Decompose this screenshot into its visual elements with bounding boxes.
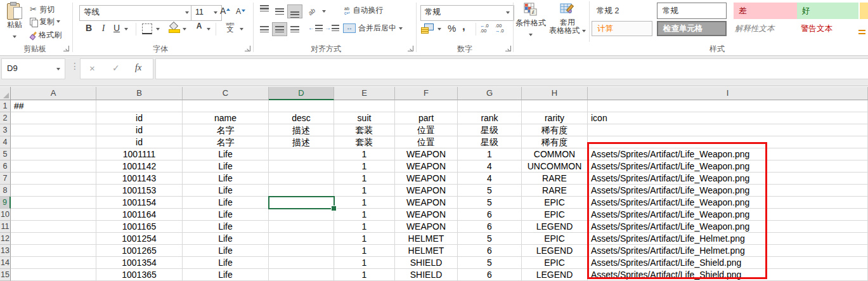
cell-style-check-cell[interactable]: 检查单元格 xyxy=(657,21,727,36)
decrease-decimal-button[interactable]: .00 →.0 xyxy=(495,23,504,34)
cell-G13[interactable]: 6 xyxy=(458,245,522,257)
comma-style-button[interactable]: , xyxy=(462,20,465,33)
row-header-1[interactable]: 1 xyxy=(0,100,11,112)
cell-A4[interactable] xyxy=(11,136,96,148)
cell-B14[interactable]: 1001354 xyxy=(96,257,183,269)
cell-C4[interactable]: 名字 xyxy=(183,136,269,148)
bold-button[interactable]: B xyxy=(83,23,94,33)
cell-D8[interactable] xyxy=(269,185,334,197)
cell-E1[interactable] xyxy=(334,100,395,112)
percent-style-button[interactable]: % xyxy=(448,23,456,34)
cell-D5[interactable] xyxy=(269,148,334,160)
cell-D4[interactable]: 描述 xyxy=(269,136,334,148)
cell-A15[interactable] xyxy=(11,269,96,281)
cell-B9[interactable]: 1001154 xyxy=(96,197,183,209)
cell-A3[interactable] xyxy=(11,124,96,136)
merge-center-dropdown-icon[interactable] xyxy=(399,27,403,30)
cell-H9[interactable]: EPIC xyxy=(522,197,588,209)
cell-H2[interactable]: rarity xyxy=(522,112,588,124)
format-painter-button[interactable]: 格式刷 xyxy=(30,30,62,40)
cell-D6[interactable] xyxy=(269,160,334,173)
orientation-dropdown-icon[interactable] xyxy=(322,10,326,13)
increase-decimal-button[interactable]: ←.0 .00 xyxy=(480,23,489,34)
cell-F7[interactable]: WEAPON xyxy=(395,173,458,185)
cell-style-explanatory[interactable]: 解释性文本 xyxy=(730,21,793,36)
cell-style-warning[interactable]: 警告文本 xyxy=(796,21,848,36)
cell-B15[interactable]: 1001365 xyxy=(96,269,183,281)
alignment-dialog-launcher-icon[interactable] xyxy=(408,46,413,51)
cell-C14[interactable]: Life xyxy=(183,257,269,269)
font-dialog-launcher-icon[interactable] xyxy=(245,46,250,51)
cell-G10[interactable]: 6 xyxy=(458,209,522,221)
cell-H8[interactable]: RARE xyxy=(522,185,588,197)
cell-D14[interactable] xyxy=(269,257,334,269)
font-size-dropdown-icon[interactable] xyxy=(214,11,217,14)
column-header-C[interactable]: C xyxy=(183,87,269,100)
name-box[interactable]: D9 xyxy=(1,58,65,79)
row-header-12[interactable]: 12 xyxy=(0,233,11,245)
cell-B3[interactable]: id xyxy=(96,124,183,136)
cell-H1[interactable] xyxy=(522,100,588,112)
conditional-formatting-button[interactable]: ≠ 条件格式 xyxy=(515,2,547,41)
formula-bar-grip-icon[interactable]: ⋮ xyxy=(70,61,79,71)
cell-I7[interactable]: Assets/Sprites/Artifact/Life_Weapon.png xyxy=(588,173,868,185)
cell-I1[interactable] xyxy=(588,100,868,112)
cut-button[interactable]: ✂ 剪切 xyxy=(30,3,55,13)
row-header-11[interactable]: 11 xyxy=(0,221,11,233)
cell-C2[interactable]: name xyxy=(183,112,269,124)
cell-A2[interactable] xyxy=(11,112,96,124)
cell-G15[interactable]: 6 xyxy=(458,269,522,281)
increase-font-size-button[interactable]: A xyxy=(220,6,230,16)
cell-C12[interactable]: Life xyxy=(183,233,269,245)
phonetic-dropdown-icon[interactable] xyxy=(240,28,243,30)
cell-H12[interactable]: EPIC xyxy=(522,233,588,245)
cell-F6[interactable]: WEAPON xyxy=(395,160,458,173)
cell-F4[interactable]: 位置 xyxy=(395,136,458,148)
column-header-B[interactable]: B xyxy=(96,87,183,100)
cell-E2[interactable]: suit xyxy=(334,112,395,124)
cell-G7[interactable]: 4 xyxy=(458,173,522,185)
cell-A6[interactable] xyxy=(11,160,96,173)
cell-F12[interactable]: HELMET xyxy=(395,233,458,245)
cell-E15[interactable]: 1 xyxy=(334,269,395,281)
cell-C6[interactable]: Life xyxy=(183,160,269,173)
font-name-combo[interactable]: 等线 xyxy=(79,5,193,21)
row-header-5[interactable]: 5 xyxy=(0,148,11,160)
cell-A8[interactable] xyxy=(11,185,96,197)
cell-style-neutral-partial[interactable] xyxy=(860,3,868,19)
cell-B10[interactable]: 1001164 xyxy=(96,209,183,221)
italic-button[interactable]: I xyxy=(99,23,108,34)
cell-B6[interactable]: 1001142 xyxy=(96,160,183,173)
cell-B4[interactable]: id xyxy=(96,136,183,148)
increase-indent-button[interactable]: → xyxy=(325,24,339,31)
cell-I8[interactable]: Assets/Sprites/Artifact/Life_Weapon.png xyxy=(588,185,868,197)
cell-D1[interactable] xyxy=(269,100,334,112)
cell-F8[interactable]: WEAPON xyxy=(395,185,458,197)
borders-button[interactable] xyxy=(142,23,152,37)
cell-B5[interactable]: 1001111 xyxy=(96,148,183,160)
cell-C15[interactable]: Life xyxy=(183,269,269,281)
cell-H7[interactable]: RARE xyxy=(522,173,588,185)
font-size-combo[interactable]: 11 xyxy=(191,5,222,21)
row-header-9[interactable]: 9 xyxy=(0,197,11,209)
cell-F13[interactable]: HELMET xyxy=(395,245,458,257)
align-center-button[interactable] xyxy=(273,23,287,36)
cell-F9[interactable]: WEAPON xyxy=(395,197,458,209)
cell-A12[interactable] xyxy=(11,233,96,245)
cell-C13[interactable]: Life xyxy=(183,245,269,257)
phonetic-guide-button[interactable]: wén 文 xyxy=(223,22,237,33)
cell-I2[interactable]: icon xyxy=(588,112,868,124)
paste-button[interactable]: 粘贴 xyxy=(3,3,27,42)
cancel-icon[interactable]: × xyxy=(89,63,95,74)
cell-E4[interactable]: 套装 xyxy=(334,136,395,148)
number-format-dropdown-icon[interactable] xyxy=(506,11,510,14)
format-as-table-dropdown-icon[interactable] xyxy=(582,30,586,32)
cell-B1[interactable] xyxy=(96,100,183,112)
cell-I3[interactable] xyxy=(588,124,868,136)
cell-G3[interactable]: 星级 xyxy=(458,124,522,136)
cell-D10[interactable] xyxy=(269,209,334,221)
cell-I4[interactable] xyxy=(588,136,868,148)
column-header-H[interactable]: H xyxy=(522,87,588,100)
copy-button[interactable]: 复制 xyxy=(30,16,60,27)
cell-C9[interactable]: Life xyxy=(183,197,269,209)
